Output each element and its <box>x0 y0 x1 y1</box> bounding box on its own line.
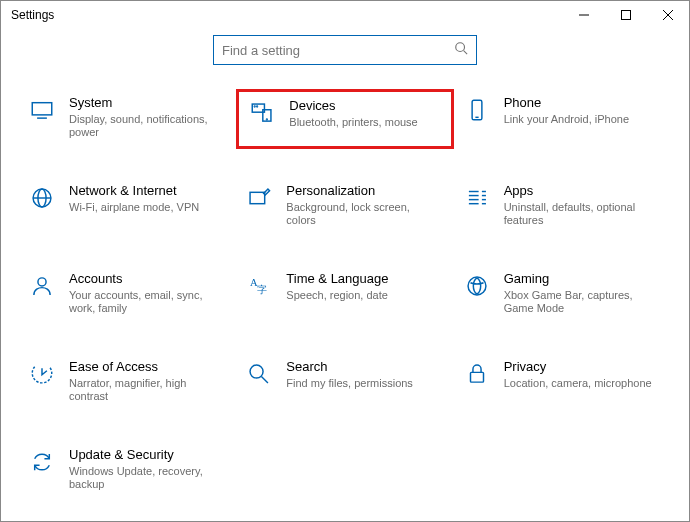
tile-title: System <box>69 95 219 111</box>
tile-accounts[interactable]: Accounts Your accounts, email, sync, wor… <box>19 265 236 325</box>
tile-text: Devices Bluetooth, printers, mouse <box>289 98 417 129</box>
system-icon <box>27 95 57 125</box>
tile-subtitle: Uninstall, defaults, optional features <box>504 201 654 229</box>
tile-phone[interactable]: Phone Link your Android, iPhone <box>454 89 671 149</box>
tile-text: Gaming Xbox Game Bar, captures, Game Mod… <box>504 271 654 316</box>
update-icon <box>27 447 57 477</box>
maximize-icon <box>621 10 631 20</box>
tile-gaming[interactable]: Gaming Xbox Game Bar, captures, Game Mod… <box>454 265 671 325</box>
tile-title: Devices <box>289 98 417 114</box>
svg-point-12 <box>257 106 258 107</box>
settings-grid: System Display, sound, notifications, po… <box>1 65 689 501</box>
tile-title: Phone <box>504 95 629 111</box>
devices-icon <box>247 98 277 128</box>
ease-of-access-icon <box>27 359 57 389</box>
tile-title: Ease of Access <box>69 359 219 375</box>
tile-subtitle: Link your Android, iPhone <box>504 113 629 127</box>
tile-time-language[interactable]: A字 Time & Language Speech, region, date <box>236 265 453 325</box>
svg-point-11 <box>255 106 256 107</box>
tile-system[interactable]: System Display, sound, notifications, po… <box>19 89 236 149</box>
tile-subtitle: Your accounts, email, sync, work, family <box>69 289 219 317</box>
content-area: System Display, sound, notifications, po… <box>1 29 689 501</box>
svg-rect-1 <box>622 11 631 20</box>
language-icon: A字 <box>244 271 274 301</box>
tile-text: Privacy Location, camera, microphone <box>504 359 652 390</box>
tile-title: Gaming <box>504 271 654 287</box>
tile-subtitle: Background, lock screen, colors <box>286 201 436 229</box>
tile-text: Apps Uninstall, defaults, optional featu… <box>504 183 654 228</box>
tile-subtitle: Bluetooth, printers, mouse <box>289 116 417 130</box>
tile-title: Update & Security <box>69 447 219 463</box>
svg-line-5 <box>464 51 468 55</box>
svg-point-4 <box>456 43 465 52</box>
tile-network[interactable]: Network & Internet Wi-Fi, airplane mode,… <box>19 177 236 237</box>
tile-title: Apps <box>504 183 654 199</box>
tile-text: Personalization Background, lock screen,… <box>286 183 436 228</box>
tile-text: Search Find my files, permissions <box>286 359 413 390</box>
gaming-icon <box>462 271 492 301</box>
tile-subtitle: Speech, region, date <box>286 289 388 303</box>
tile-text: Ease of Access Narrator, magnifier, high… <box>69 359 219 404</box>
paint-icon <box>244 183 274 213</box>
lock-icon <box>462 359 492 389</box>
tile-subtitle: Display, sound, notifications, power <box>69 113 219 141</box>
tile-text: Time & Language Speech, region, date <box>286 271 388 302</box>
magnifier-icon <box>244 359 274 389</box>
search-input[interactable] <box>222 39 454 62</box>
tile-apps[interactable]: Apps Uninstall, defaults, optional featu… <box>454 177 671 237</box>
tile-text: Update & Security Windows Update, recove… <box>69 447 219 492</box>
tile-personalization[interactable]: Personalization Background, lock screen,… <box>236 177 453 237</box>
minimize-icon <box>579 10 589 20</box>
svg-point-10 <box>267 119 268 120</box>
tile-subtitle: Find my files, permissions <box>286 377 413 391</box>
tile-subtitle: Narrator, magnifier, high contrast <box>69 377 219 405</box>
tile-ease-of-access[interactable]: Ease of Access Narrator, magnifier, high… <box>19 353 236 413</box>
tile-title: Time & Language <box>286 271 388 287</box>
svg-point-27 <box>38 278 46 286</box>
search-icon <box>454 41 468 59</box>
tile-text: Network & Internet Wi-Fi, airplane mode,… <box>69 183 199 214</box>
tile-subtitle: Wi-Fi, airplane mode, VPN <box>69 201 199 215</box>
search-box[interactable] <box>213 35 477 65</box>
tile-title: Accounts <box>69 271 219 287</box>
tile-devices[interactable]: Devices Bluetooth, printers, mouse <box>236 89 453 149</box>
svg-point-30 <box>468 277 486 295</box>
person-icon <box>27 271 57 301</box>
svg-text:字: 字 <box>258 284 268 295</box>
close-button[interactable] <box>647 1 689 29</box>
tile-privacy[interactable]: Privacy Location, camera, microphone <box>454 353 671 413</box>
tile-title: Network & Internet <box>69 183 199 199</box>
svg-rect-6 <box>32 103 52 115</box>
tile-subtitle: Xbox Game Bar, captures, Game Mode <box>504 289 654 317</box>
svg-line-32 <box>262 376 269 383</box>
titlebar: Settings <box>1 1 689 29</box>
svg-rect-18 <box>250 192 265 203</box>
tile-text: Accounts Your accounts, email, sync, wor… <box>69 271 219 316</box>
apps-icon <box>462 183 492 213</box>
svg-point-31 <box>250 365 263 378</box>
tile-subtitle: Windows Update, recovery, backup <box>69 465 219 493</box>
globe-icon <box>27 183 57 213</box>
tile-text: Phone Link your Android, iPhone <box>504 95 629 126</box>
tile-update-security[interactable]: Update & Security Windows Update, recove… <box>19 441 236 501</box>
tile-title: Search <box>286 359 413 375</box>
tile-title: Personalization <box>286 183 436 199</box>
tile-title: Privacy <box>504 359 652 375</box>
phone-icon <box>462 95 492 125</box>
minimize-button[interactable] <box>563 1 605 29</box>
svg-rect-33 <box>470 372 483 382</box>
window-title: Settings <box>11 8 54 22</box>
tile-text: System Display, sound, notifications, po… <box>69 95 219 140</box>
settings-window: Settings Sys <box>0 0 690 522</box>
window-controls <box>563 1 689 29</box>
close-icon <box>663 10 673 20</box>
tile-search[interactable]: Search Find my files, permissions <box>236 353 453 413</box>
tile-subtitle: Location, camera, microphone <box>504 377 652 391</box>
maximize-button[interactable] <box>605 1 647 29</box>
